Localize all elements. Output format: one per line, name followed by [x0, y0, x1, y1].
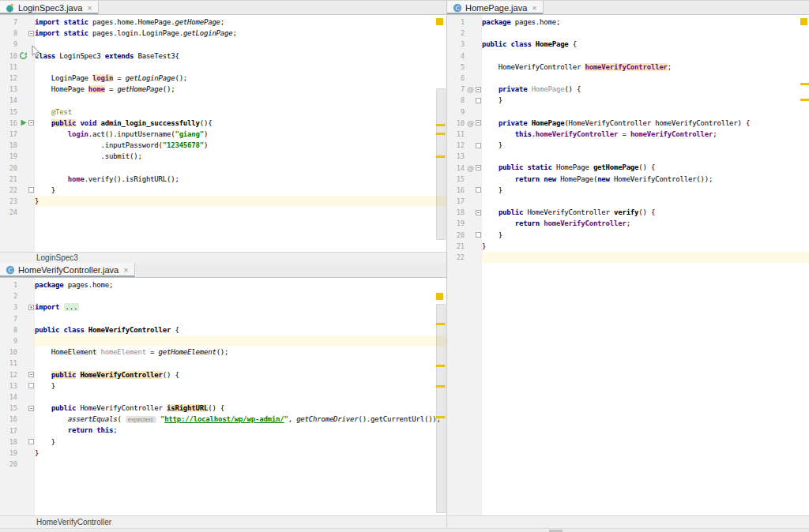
code-line[interactable]: 1package pages.home;: [447, 17, 809, 28]
line-number[interactable]: 22: [447, 253, 466, 261]
code-text[interactable]: package pages.home;: [482, 17, 809, 28]
fold-marker-icon[interactable]: [476, 87, 481, 92]
line-number[interactable]: 15: [447, 175, 466, 183]
code-line[interactable]: 9: [0, 335, 446, 347]
code-line[interactable]: 14: [0, 392, 446, 403]
line-number[interactable]: 14: [447, 164, 466, 172]
code-text[interactable]: public void admin_login_successfully(){: [35, 118, 446, 129]
code-line[interactable]: 20: [0, 162, 446, 173]
line-number[interactable]: 20: [0, 460, 19, 468]
line-number[interactable]: 11: [0, 359, 19, 367]
breadcrumb-item[interactable]: HomeVerifyController: [36, 518, 111, 526]
line-number[interactable]: 17: [0, 427, 19, 435]
line-number[interactable]: 19: [447, 219, 466, 227]
line-number[interactable]: 14: [0, 96, 19, 104]
line-number[interactable]: 4: [447, 52, 466, 60]
line-number[interactable]: 6: [447, 74, 466, 82]
code-line[interactable]: 12 LoginPage login = getLoginPage();: [0, 73, 446, 84]
fold-marker-icon[interactable]: [28, 439, 34, 444]
error-stripe[interactable]: [800, 15, 809, 515]
close-icon[interactable]: ×: [123, 265, 128, 275]
code-line[interactable]: 20 }: [447, 230, 809, 241]
line-number[interactable]: 21: [447, 242, 466, 250]
line-number[interactable]: 11: [447, 130, 466, 138]
error-stripe[interactable]: [435, 278, 446, 515]
line-number[interactable]: 18: [0, 438, 19, 446]
code-text[interactable]: }: [482, 241, 809, 252]
warning-stripe-mark[interactable]: [436, 155, 445, 158]
fold-gutter[interactable]: [475, 185, 482, 196]
at-gutter-icon[interactable]: @: [466, 162, 475, 173]
close-icon[interactable]: ×: [532, 3, 536, 13]
code-line[interactable]: 14@ public static HomePage getHomePage()…: [447, 162, 809, 173]
code-line[interactable]: 16 public void admin_login_successfully(…: [0, 118, 446, 129]
fold-gutter[interactable]: [475, 95, 482, 106]
code-line[interactable]: 2: [0, 290, 446, 302]
fold-gutter[interactable]: [28, 28, 35, 39]
code-text[interactable]: }: [35, 448, 446, 459]
fold-gutter[interactable]: [475, 84, 482, 95]
warning-stripe-mark[interactable]: [436, 133, 445, 135]
warnings-indicator-icon[interactable]: [436, 18, 443, 25]
code-text[interactable]: class LoginSpec3 extends BaseTest3{: [35, 51, 446, 62]
code-line[interactable]: 16 assertEquals( expected: "http://local…: [0, 414, 446, 425]
code-line[interactable]: 8public class HomeVerifyController {: [0, 324, 446, 335]
code-line[interactable]: 11 this.homeVerifyController = homeVerif…: [447, 129, 809, 140]
warning-stripe-mark[interactable]: [436, 416, 445, 418]
breadcrumb-item[interactable]: LoginSpec3: [36, 253, 78, 262]
code-line[interactable]: 6: [447, 73, 809, 84]
fold-gutter[interactable]: [475, 230, 482, 241]
fold-gutter[interactable]: [475, 118, 482, 129]
fold-marker-icon[interactable]: [476, 187, 481, 193]
code-text[interactable]: [35, 207, 446, 218]
code-line[interactable]: 18 .inputPassword("12345678"): [0, 140, 446, 151]
line-number[interactable]: 9: [447, 108, 466, 116]
warning-stripe-mark[interactable]: [800, 99, 809, 101]
line-number[interactable]: 23: [0, 197, 19, 205]
code-text[interactable]: import static pages.login.LoginPage.getL…: [35, 28, 446, 39]
code-line[interactable]: 17 login.act().inputUsername("giang"): [0, 129, 446, 140]
code-text[interactable]: }: [35, 436, 446, 448]
line-number[interactable]: 13: [0, 85, 19, 93]
code-text[interactable]: [482, 73, 809, 84]
code-text[interactable]: login.act().inputUsername("giang"): [35, 129, 446, 140]
vertical-scrollbar[interactable]: [436, 304, 446, 513]
code-text[interactable]: [482, 196, 809, 207]
line-number[interactable]: 1: [447, 18, 466, 26]
fold-gutter[interactable]: [28, 380, 35, 392]
breadcrumb[interactable]: HomeVerifyController: [0, 515, 809, 528]
breadcrumb[interactable]: LoginSpec3: [0, 252, 446, 263]
code-text[interactable]: package pages.home;: [35, 279, 446, 290]
code-editor[interactable]: 1package pages.home;23import ...78public…: [0, 278, 446, 515]
code-text[interactable]: HomePage home = getHomePage();: [35, 84, 446, 95]
vertical-scrollbar[interactable]: [436, 88, 446, 240]
code-line[interactable]: 13 }: [0, 380, 446, 392]
code-text[interactable]: private HomePage() {: [482, 84, 809, 95]
line-number[interactable]: 15: [0, 108, 19, 116]
code-text[interactable]: import ...: [35, 302, 446, 313]
code-line[interactable]: 10class LoginSpec3 extends BaseTest3{: [0, 51, 446, 62]
fold-marker-icon[interactable]: [28, 305, 34, 310]
fold-gutter[interactable]: [28, 369, 35, 380]
code-line[interactable]: 18 }: [0, 436, 446, 448]
fold-gutter[interactable]: [28, 302, 35, 313]
tab-homepage[interactable]: C HomePage.java ×: [447, 1, 544, 14]
warnings-indicator-icon[interactable]: [436, 293, 443, 300]
line-number[interactable]: 8: [447, 96, 466, 104]
code-line[interactable]: 4: [447, 51, 809, 62]
code-line[interactable]: 13: [447, 151, 809, 162]
code-text[interactable]: LoginPage login = getLoginPage();: [35, 73, 446, 84]
line-number[interactable]: 13: [447, 152, 466, 160]
code-text[interactable]: }: [482, 230, 809, 241]
line-number[interactable]: 18: [447, 208, 466, 216]
line-number[interactable]: 17: [0, 130, 19, 138]
code-line[interactable]: 9: [447, 107, 809, 118]
line-number[interactable]: 16: [0, 119, 19, 127]
fold-marker-icon[interactable]: [28, 120, 34, 126]
line-number[interactable]: 9: [0, 337, 19, 345]
line-number[interactable]: 2: [0, 292, 19, 300]
code-line[interactable]: 10@ private HomePage(HomeVerifyControlle…: [447, 118, 809, 129]
code-text[interactable]: public static HomePage getHomePage() {: [482, 162, 809, 173]
code-text[interactable]: [482, 28, 809, 39]
code-line[interactable]: 12 }: [447, 140, 809, 151]
